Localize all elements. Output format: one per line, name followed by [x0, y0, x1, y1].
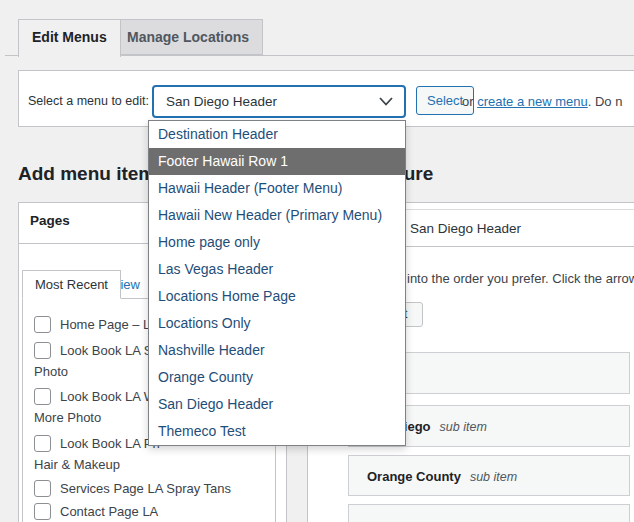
tab-most-recent[interactable]: Most Recent [22, 270, 121, 299]
checkbox-icon[interactable] [34, 316, 51, 333]
dropdown-option[interactable]: Hawaii Header (Footer Menu) [149, 175, 405, 202]
menu-select-open-list: Destination Header Footer Hawaii Row 1 H… [148, 120, 406, 446]
page-checkbox-item[interactable]: Look Book LA Ph [34, 434, 160, 452]
dropdown-option[interactable]: Locations Home Page [149, 283, 405, 310]
dropdown-option[interactable]: Hawaii New Header (Primary Menu) [149, 202, 405, 229]
page-item-label-wrap: Hair & Makeup [34, 456, 120, 474]
dropdown-option[interactable]: Home page only [149, 229, 405, 256]
checkbox-icon[interactable] [34, 480, 51, 497]
dropdown-option[interactable]: Las Vegas Header [149, 256, 405, 283]
menu-select-value: San Diego Header [166, 87, 277, 116]
dropdown-option[interactable]: Locations Only [149, 310, 405, 337]
checkbox-icon[interactable] [34, 342, 51, 359]
sub-item-badge: sub item [440, 420, 487, 434]
checkbox-icon[interactable] [34, 503, 51, 520]
dropdown-option[interactable]: San Diego Header [149, 391, 405, 418]
add-menu-items-heading: Add menu items [18, 163, 166, 185]
select-menu-label: Select a menu to edit: [28, 94, 149, 108]
page-checkbox-item[interactable]: Look Book LA Sp [34, 341, 160, 359]
or-text: or [462, 94, 477, 109]
checkbox-icon[interactable] [34, 388, 51, 405]
menus-admin-screen: Edit Menus Manage Locations Select a men… [0, 0, 634, 522]
page-item-label-wrap: More Photo [34, 409, 101, 427]
chevron-down-icon [379, 97, 393, 106]
tab-edit-menus[interactable]: Edit Menus [18, 19, 121, 57]
dropdown-option[interactable]: Orange County [149, 364, 405, 391]
create-menu-text: or create a new menu. Do n [462, 94, 622, 109]
menu-select-dropdown[interactable]: San Diego Header [152, 85, 406, 118]
drag-instruction-text: into the order you prefer. Click the arr… [407, 271, 634, 286]
menu-item-row-orange-county[interactable]: Orange Countysub item [348, 455, 630, 496]
tab-manage-locations[interactable]: Manage Locations [113, 19, 263, 55]
after-link-text: . Do n [588, 94, 623, 109]
checkbox-icon[interactable] [34, 435, 51, 452]
dropdown-option[interactable]: Themeco Test [149, 418, 405, 445]
dropdown-option-highlighted[interactable]: Footer Hawaii Row 1 [149, 148, 405, 175]
page-item-label-wrap: Photo [34, 363, 68, 381]
create-new-menu-link[interactable]: create a new menu [477, 94, 588, 109]
dropdown-option[interactable]: Destination Header [149, 121, 405, 148]
page-checkbox-item[interactable]: Contact Page LA [34, 502, 158, 520]
page-checkbox-item[interactable]: Look Book LA W [34, 387, 156, 405]
sub-item-badge: sub item [470, 470, 517, 484]
menu-name-input[interactable]: San Diego Header [410, 221, 521, 236]
menu-item-row[interactable] [348, 504, 630, 522]
pages-metabox-title: Pages [30, 213, 70, 228]
dropdown-option[interactable]: Nashville Header [149, 337, 405, 364]
page-checkbox-item[interactable]: Services Page LA Spray Tans [34, 479, 231, 497]
page-checkbox-item[interactable]: Home Page – LA [34, 315, 159, 333]
